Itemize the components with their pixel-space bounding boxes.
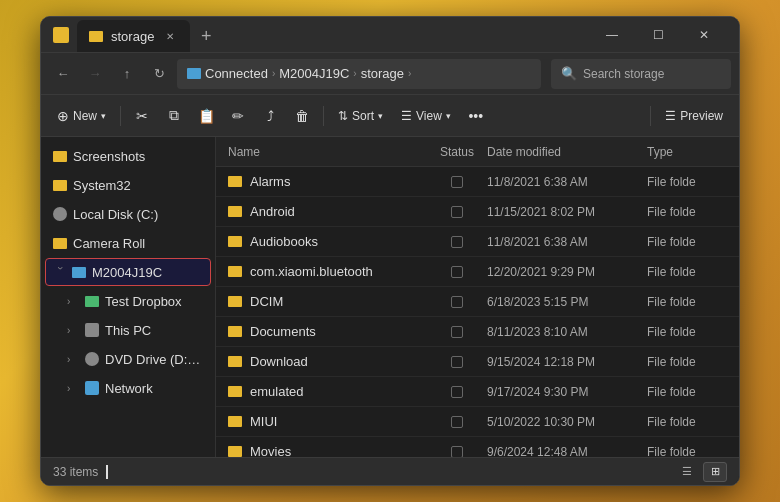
table-row[interactable]: com.xiaomi.bluetooth 12/20/2021 9:29 PM … [216,257,739,287]
table-row[interactable]: Documents 8/11/2023 8:10 AM File folde [216,317,739,347]
folder-icon [228,176,242,187]
more-button[interactable]: ••• [461,101,491,131]
table-row[interactable]: Download 9/15/2024 12:18 PM File folde [216,347,739,377]
sidebar-item-camera-roll[interactable]: Camera Roll [45,229,211,257]
paste-button[interactable]: 📋 [191,101,221,131]
sidebar-item-screenshots[interactable]: Screenshots [45,142,211,170]
table-row[interactable]: Movies 9/6/2024 12:48 AM File folde [216,437,739,457]
table-row[interactable]: DCIM 6/18/2023 5:15 PM File folde [216,287,739,317]
folder-icon [53,238,67,249]
file-name-text: Documents [250,324,316,339]
breadcrumb-device[interactable]: M2004J19C [279,66,349,81]
file-name-text: MIUI [250,414,277,429]
sidebar: Screenshots System32 Local Disk (C:) Cam… [41,137,216,457]
status-checkbox [451,446,463,458]
chevron-right-icon: › [67,354,79,365]
file-date-cell: 9/6/2024 12:48 AM [487,445,647,458]
new-button[interactable]: ⊕ New ▾ [49,101,114,131]
folder-icon [228,446,242,457]
sidebar-item-this-pc[interactable]: › This PC [45,316,211,344]
status-bar: 33 items ☰ ⊞ [41,457,739,485]
preview-button[interactable]: ☰ Preview [657,101,731,131]
chevron-right-icon: › [67,325,79,336]
file-name-text: Alarms [250,174,290,189]
chevron-down-icon: › [55,266,66,278]
file-type-cell: File folde [647,325,727,339]
grid-view-button[interactable]: ⊞ [703,462,727,482]
table-row[interactable]: emulated 9/17/2024 9:30 PM File folde [216,377,739,407]
table-row[interactable]: Alarms 11/8/2021 6:38 AM File folde [216,167,739,197]
view-icon: ☰ [401,109,412,123]
breadcrumb-connected[interactable]: Connected [205,66,268,81]
file-rows: Alarms 11/8/2021 6:38 AM File folde Andr… [216,167,739,457]
file-date-cell: 9/15/2024 12:18 PM [487,355,647,369]
back-button[interactable]: ← [49,60,77,88]
breadcrumb-end-arrow: › [408,68,411,79]
folder-icon [228,296,242,307]
sidebar-item-label: This PC [105,323,203,338]
search-box[interactable]: 🔍 Search storage [551,59,731,89]
sort-chevron-icon: ▾ [378,111,383,121]
folder-icon [228,266,242,277]
sidebar-item-m2004j19c[interactable]: › M2004J19C [45,258,211,286]
table-row[interactable]: Android 11/15/2021 8:02 PM File folde [216,197,739,227]
breadcrumb-sep-2: › [353,68,356,79]
table-row[interactable]: Audiobooks 11/8/2021 6:38 AM File folde [216,227,739,257]
rename-button[interactable]: ✏ [223,101,253,131]
file-name-cell: Android [228,204,427,219]
file-name-text: emulated [250,384,303,399]
folder-icon [53,151,67,162]
file-type-cell: File folde [647,175,727,189]
refresh-button[interactable]: ↻ [145,60,173,88]
file-status-cell [427,236,487,248]
up-button[interactable]: ↑ [113,60,141,88]
file-status-cell [427,206,487,218]
navigation-bar: ← → ↑ ↻ Connected › M2004J19C › storage … [41,53,739,95]
sort-label: Sort [352,109,374,123]
sidebar-item-test-dropbox[interactable]: › Test Dropbox [45,287,211,315]
status-checkbox [451,266,463,278]
status-checkbox [451,296,463,308]
sidebar-item-local-disk[interactable]: Local Disk (C:) [45,200,211,228]
folder-icon [228,206,242,217]
status-checkbox [451,326,463,338]
breadcrumb[interactable]: Connected › M2004J19C › storage › [177,59,541,89]
file-name-cell: Alarms [228,174,427,189]
file-type-cell: File folde [647,415,727,429]
sort-button[interactable]: ⇅ Sort ▾ [330,101,391,131]
sort-icon: ⇅ [338,109,348,123]
breadcrumb-folder[interactable]: storage [361,66,404,81]
folder-icon [228,356,242,367]
copy-button[interactable]: ⧉ [159,101,189,131]
status-checkbox [451,386,463,398]
file-status-cell [427,386,487,398]
file-name-text: Movies [250,444,291,457]
file-status-cell [427,176,487,188]
sidebar-item-system32[interactable]: System32 [45,171,211,199]
file-type-cell: File folde [647,445,727,458]
list-view-button[interactable]: ☰ [675,462,699,482]
status-checkbox [451,176,463,188]
file-status-cell [427,356,487,368]
file-date-cell: 8/11/2023 8:10 AM [487,325,647,339]
sidebar-item-dvd-drive[interactable]: › DVD Drive (D:) C [45,345,211,373]
delete-button[interactable]: 🗑 [287,101,317,131]
sidebar-item-network[interactable]: › Network [45,374,211,402]
maximize-button[interactable]: ☐ [635,17,681,53]
paste-icon: 📋 [198,108,215,124]
header-type: Type [647,145,727,159]
new-tab-button[interactable]: + [190,20,222,52]
close-button[interactable]: ✕ [681,17,727,53]
minimize-button[interactable]: — [589,17,635,53]
file-date-cell: 5/10/2022 10:30 PM [487,415,647,429]
toolbar-separator-3 [650,106,651,126]
table-row[interactable]: MIUI 5/10/2022 10:30 PM File folde [216,407,739,437]
share-button[interactable]: ⤴ [255,101,285,131]
file-name-cell: Documents [228,324,427,339]
forward-button[interactable]: → [81,60,109,88]
view-button[interactable]: ☰ View ▾ [393,101,459,131]
cut-button[interactable]: ✂ [127,101,157,131]
file-name-text: Download [250,354,308,369]
tab-close-button[interactable]: ✕ [162,28,178,44]
folder-icon [228,326,242,337]
